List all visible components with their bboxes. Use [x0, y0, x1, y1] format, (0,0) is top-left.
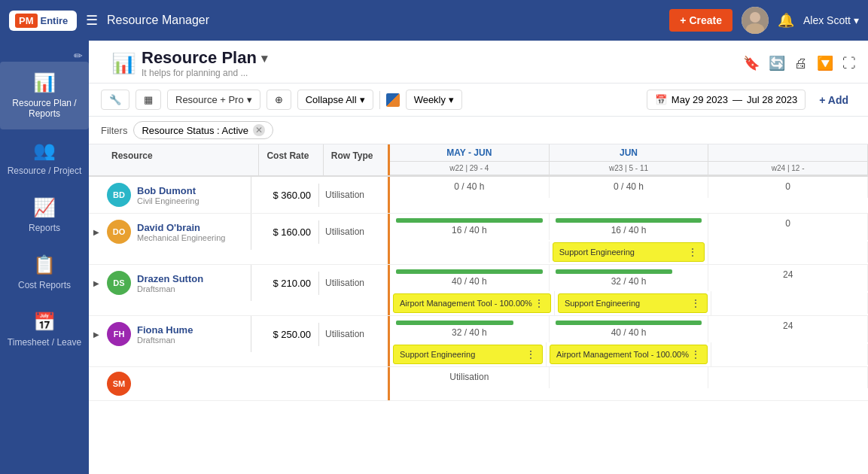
add-button[interactable]: + Add: [812, 90, 856, 110]
gantt-month-empty: [708, 144, 868, 161]
col-header-resource: Resource: [104, 144, 259, 175]
gantt-week-23: w23 | 5 - 11: [550, 162, 709, 175]
create-button[interactable]: + Create: [669, 9, 732, 32]
resource-dept-fh: Draftsman: [137, 336, 193, 345]
filter-tag-label: Resource Status : Active: [142, 125, 248, 136]
filter-tag-resource-status[interactable]: Resource Status : Active ✕: [133, 121, 273, 139]
fullscreen-icon[interactable]: ⛶: [842, 56, 856, 71]
resource-name-do[interactable]: David O'brain: [137, 222, 225, 233]
content-area: 📊 Resource Plan ▾ It helps for planning …: [89, 41, 868, 474]
resource-right-ds: 40 / 40 h 32 / 40 h 24 Airport M: [390, 265, 868, 315]
weekly-button[interactable]: Weekly ▾: [406, 90, 462, 110]
avatar[interactable]: [742, 7, 769, 34]
resource-right-fh: 32 / 40 h 40 / 40 h 24 Support E: [390, 316, 868, 366]
util-cell-ds-3: 24: [708, 265, 868, 291]
util-cell-do-3: 0: [708, 214, 868, 240]
top-header: PM Entire ☰ Resource Manager + Create 🔔 …: [0, 0, 868, 41]
view-toggle-button[interactable]: ▦: [136, 90, 161, 110]
filters-bar: Filters Resource Status : Active ✕: [89, 117, 868, 144]
edit-icon[interactable]: ✏: [74, 50, 83, 62]
hamburger-icon[interactable]: ☰: [86, 12, 98, 29]
bar-label-text-ds-2: Support Engineering: [565, 299, 689, 308]
util-cell-bd-2: 0 / 40 h: [550, 177, 709, 198]
sidebar-item-cost-reports[interactable]: 📋 Cost Reports: [0, 244, 89, 301]
header-right: + Create 🔔 Alex Scott ▾: [669, 7, 859, 34]
sidebar-item-resource-project[interactable]: 👥 Resource / Project: [0, 129, 89, 187]
bar-row-do: Support Engineering ⋮: [390, 240, 868, 264]
bar-cell-ds-3: [711, 293, 868, 314]
wrench-button[interactable]: 🔧: [101, 90, 129, 110]
chevron-down-icon: ▾: [247, 94, 252, 105]
utilization-row-fh: 32 / 40 h 40 / 40 h 24: [390, 316, 868, 342]
resource-left-ds: ▶ DS Drazen Sutton Draftsman $ 210.00 Ut…: [89, 265, 390, 315]
collapse-all-button[interactable]: Collapse All ▾: [297, 90, 373, 110]
resource-avatar-name-bd: BD Bob Dumont Civil Engineering: [104, 177, 251, 213]
bar-menu-dots-do[interactable]: ⋮: [687, 246, 698, 258]
chevron-down-icon: ▾: [854, 14, 859, 26]
filter-icon[interactable]: 🔽: [817, 55, 833, 71]
page-header: 📊 Resource Plan ▾ It helps for planning …: [89, 41, 868, 84]
bar-label-airport-fh[interactable]: Airport Management Tool - 100.00% ⋮: [550, 345, 708, 364]
bar-menu-dots-fh-2[interactable]: ⋮: [690, 348, 701, 360]
date-range-button[interactable]: 📅 May 29 2023 — Jul 28 2023: [647, 90, 806, 110]
expand-button-do[interactable]: ▶: [89, 228, 104, 236]
sidebar-item-label: Timesheet / Leave: [8, 337, 81, 348]
bar-label-support-do[interactable]: Support Engineering ⋮: [553, 242, 705, 262]
table-row-partial: SM Utilisation: [89, 367, 868, 401]
weekly-label: Weekly: [414, 94, 446, 105]
bar-menu-dots-ds-2[interactable]: ⋮: [690, 297, 701, 309]
sidebar-item-reports[interactable]: 📈 Reports: [0, 187, 89, 244]
timesheet-icon: 📅: [33, 311, 56, 333]
bar-label-support-ds[interactable]: Support Engineering ⋮: [558, 293, 708, 313]
gantt-week-22: w22 | 29 - 4: [390, 162, 550, 175]
bar-cell-ds-2: Support Engineering ⋮: [555, 291, 711, 315]
utilization-row-bd: 0 / 40 h 0 / 40 h 0: [390, 177, 868, 198]
resource-name-fh[interactable]: Fiona Hume: [137, 324, 193, 336]
sidebar-item-resource-plan-reports[interactable]: 📊 Resource Plan / Reports: [0, 62, 89, 129]
resource-avatar-name-ds: DS Drazen Sutton Draftsman: [104, 265, 251, 301]
resource-name-bd[interactable]: Bob Dumont: [137, 185, 199, 196]
avatar-bd: BD: [107, 183, 131, 207]
bar-label-support-fh[interactable]: Support Engineering ⋮: [393, 345, 543, 364]
util-cell-ds-1: 40 / 40 h: [390, 265, 550, 291]
resource-rows-scroll[interactable]: BD Bob Dumont Civil Engineering $ 360.00…: [89, 177, 868, 401]
bar-menu-dots-ds-1[interactable]: ⋮: [534, 297, 544, 309]
util-cell-do-2: 16 / 40 h: [550, 214, 709, 240]
resource-name-ds[interactable]: Drazen Sutton: [137, 273, 203, 284]
expand-button-ds[interactable]: ▶: [89, 279, 104, 287]
bar-cell-fh-2: Airport Management Tool - 100.00% ⋮: [547, 342, 711, 366]
utilization-row-do: 16 / 40 h 16 / 40 h 0: [390, 214, 868, 240]
green-bar-ds-2: [556, 269, 673, 274]
toolbar-separator: [379, 91, 380, 109]
logo[interactable]: PM Entire: [9, 11, 77, 31]
bar-menu-dots-fh-1[interactable]: ⋮: [525, 348, 536, 360]
bell-icon[interactable]: 🔔: [778, 12, 794, 29]
sort-button[interactable]: ⊕: [266, 90, 291, 110]
resource-left-do: ▶ DO David O'brain Mechanical Engineerin…: [89, 214, 390, 264]
chevron-down-icon: ▾: [360, 94, 365, 105]
bar-row-fh: Support Engineering ⋮ Airport Management…: [390, 342, 868, 366]
logo-entire: Entire: [41, 15, 69, 26]
bookmark-icon[interactable]: 🔖: [743, 55, 760, 71]
bar-cell-fh-3: [711, 344, 868, 365]
print-icon[interactable]: 🖨: [794, 56, 808, 71]
avatar-do: DO: [107, 220, 131, 244]
chevron-down-icon: ▾: [449, 94, 454, 105]
bar-label-airport-ds[interactable]: Airport Management Tool - 100.00% ⋮: [393, 293, 551, 313]
gantt-header: MAY - JUN JUN w22 | 29 - 4 w23 | 5 - 11 …: [390, 144, 868, 175]
filter-tag-close-button[interactable]: ✕: [253, 124, 265, 136]
expand-button-fh[interactable]: ▶: [89, 330, 104, 339]
svg-point-1: [750, 12, 760, 23]
resource-cost-bd: $ 360.00: [251, 184, 319, 207]
resource-left-fh: ▶ FH Fiona Hume Draftsman $ 250.00 Utili…: [89, 316, 390, 366]
util-cell-bd-3: 0: [708, 177, 868, 198]
dropdown-arrow-icon[interactable]: ▾: [261, 51, 267, 65]
resource-dept-bd: Civil Engineering: [137, 196, 199, 205]
bar-cell-do-3: [708, 242, 868, 263]
bar-row-ds: Airport Management Tool - 100.00% ⋮ Supp…: [390, 291, 868, 315]
calendar-icon: 📅: [655, 94, 667, 105]
resource-pro-button[interactable]: Resource + Pro ▾: [167, 90, 260, 110]
sidebar-item-timesheet-leave[interactable]: 📅 Timesheet / Leave: [0, 301, 89, 358]
sync-icon[interactable]: 🔄: [769, 55, 785, 71]
user-name[interactable]: Alex Scott ▾: [803, 14, 859, 26]
